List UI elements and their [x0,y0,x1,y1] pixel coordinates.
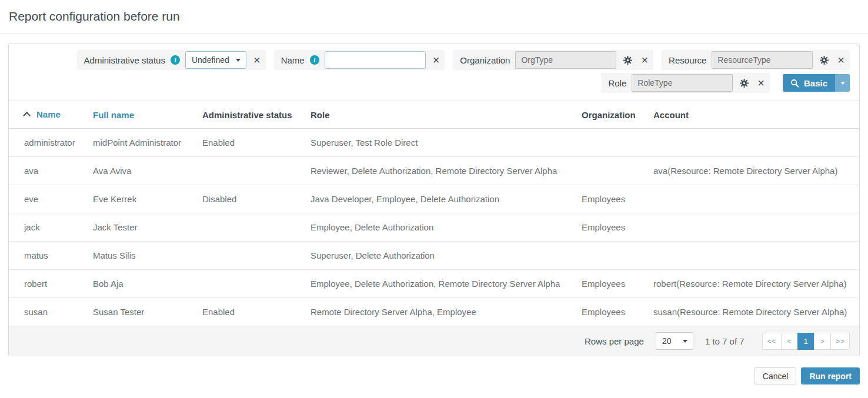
cell-name: susan [9,298,93,326]
pagination-last-button[interactable]: >> [830,333,850,350]
cell-role: Java Developer, Employee, Delete Authori… [311,185,582,213]
name-filter-input[interactable] [325,51,426,69]
filter-role: Role × [601,73,770,93]
report-config-panel: Administrative status i Undefined × Name… [8,44,860,356]
sort-asc-icon [23,112,31,119]
cell-name: administrator [9,129,93,157]
cell-account [653,242,859,270]
filter-row-1: Administrative status i Undefined × Name… [18,50,850,70]
table-row: matusMatus SilisSuperuser, Delete Author… [9,242,859,270]
administrative-status-select[interactable]: Undefined [185,51,246,69]
cell-organization [582,157,653,185]
rows-per-page-label: Rows per page [585,336,644,346]
search-split-button: Basic [783,74,850,92]
rows-per-page-select[interactable]: 20 [656,332,693,350]
cell-account [653,129,859,157]
cell-organization: Employees [582,298,653,326]
cell-full-name: Ava Aviva [93,157,202,185]
pagination: << < 1 > >> [762,333,850,350]
column-header-account: Account [653,101,859,129]
table-row: robertBob AjaEmployee, Delete Authorizat… [9,270,859,298]
status-select-wrap: Undefined [185,51,246,69]
cell-full-name: Jack Tester [93,213,202,242]
filter-label: Organization [460,55,510,65]
remove-filter-button[interactable]: × [252,54,262,66]
pagination-next-button[interactable]: > [814,333,831,350]
resource-type-input[interactable] [712,51,813,69]
table-footer: Rows per page 20 1 to 7 of 7 << < 1 > >> [9,326,859,356]
cell-admin-status: Disabled [202,185,311,213]
close-icon: × [641,54,648,66]
remove-filter-button[interactable]: × [639,54,650,66]
filter-label: Name [281,55,305,65]
info-icon[interactable]: i [310,55,319,65]
search-filter-bar: Administrative status i Undefined × Name… [9,44,859,101]
search-button-label: Basic [804,78,827,88]
cell-role: Employee, Delete Authorization [311,213,582,242]
close-icon: × [253,54,261,66]
row-range-label: 1 to 7 of 7 [705,336,745,346]
table-body: administratormidPoint AdministratorEnabl… [9,129,859,326]
info-icon[interactable]: i [171,55,180,65]
cell-full-name: Bob Aja [93,270,202,298]
role-type-input[interactable] [632,74,733,92]
cell-admin-status [202,270,311,298]
page-title: Report configuration before run [9,9,180,24]
cell-admin-status: Enabled [202,298,311,326]
filter-settings-button[interactable] [738,79,750,88]
column-header-organization: Organization [582,101,653,129]
cell-account: susan(Resource: Remote Directory Server … [653,298,859,326]
remove-filter-button[interactable]: × [836,54,846,66]
column-header-role: Role [311,101,582,129]
table-row: administratormidPoint AdministratorEnabl… [9,129,859,157]
cell-name: jack [9,213,93,242]
cell-name: matus [9,242,93,270]
gear-icon [740,79,749,88]
sort-link[interactable]: Full name [93,110,134,120]
cell-organization: Employees [582,270,653,298]
filter-administrative-status: Administrative status i Undefined × [77,50,266,70]
filter-organization: Organization × [453,50,653,70]
cell-account: ava(Resource: Remote Directory Server Al… [653,157,859,185]
cell-role: Employee, Delete Authorization, Remote D… [311,270,582,298]
column-label: Name [36,109,61,119]
cell-organization [582,242,653,270]
dialog-actions: Cancel Run report [8,367,860,384]
organization-type-input[interactable] [515,51,616,69]
run-report-button[interactable]: Run report [801,367,860,384]
cancel-button[interactable]: Cancel [755,367,797,384]
remove-filter-button[interactable]: × [431,54,442,66]
users-table: Name Full name Administrative status Rol… [9,101,859,326]
remove-filter-button[interactable]: × [756,77,766,89]
table-row: jackJack TesterEmployee, Delete Authoriz… [9,213,859,242]
pagination-page-1-button[interactable]: 1 [797,333,814,350]
cell-role: Superuser, Delete Authorization [311,242,582,270]
filter-resource: Resource × [662,50,850,70]
column-header-name[interactable]: Name [9,101,93,129]
cell-role: Superuser, Test Role Direct [311,129,582,157]
cell-name: ava [9,157,93,185]
sort-link[interactable]: Name [24,109,61,119]
close-icon: × [433,54,440,66]
pagination-first-button[interactable]: << [762,333,782,350]
cell-admin-status [202,157,311,185]
table-row: eveEve KerrekDisabledJava Developer, Emp… [9,185,859,213]
pagination-prev-button[interactable]: < [781,333,798,350]
search-basic-button[interactable]: Basic [783,74,835,92]
cell-name: eve [9,185,93,213]
close-icon: × [837,54,844,66]
cell-admin-status: Enabled [202,129,311,157]
filter-settings-button[interactable] [818,56,830,65]
cell-account: robert(Resource: Remote Directory Server… [653,270,859,298]
table-row: susanSusan TesterEnabledRemote Directory… [9,298,859,326]
cell-full-name: Susan Tester [93,298,202,326]
cell-organization: Employees [582,213,653,242]
cell-account [653,213,859,242]
cell-admin-status [202,242,311,270]
gear-icon [623,56,632,65]
search-mode-dropdown-button[interactable] [835,74,850,92]
column-header-full-name[interactable]: Full name [93,101,202,129]
cell-role: Remote Directory Server Alpha, Employee [311,298,582,326]
dialog-header: Report configuration before run [0,0,868,34]
filter-settings-button[interactable] [622,56,634,65]
